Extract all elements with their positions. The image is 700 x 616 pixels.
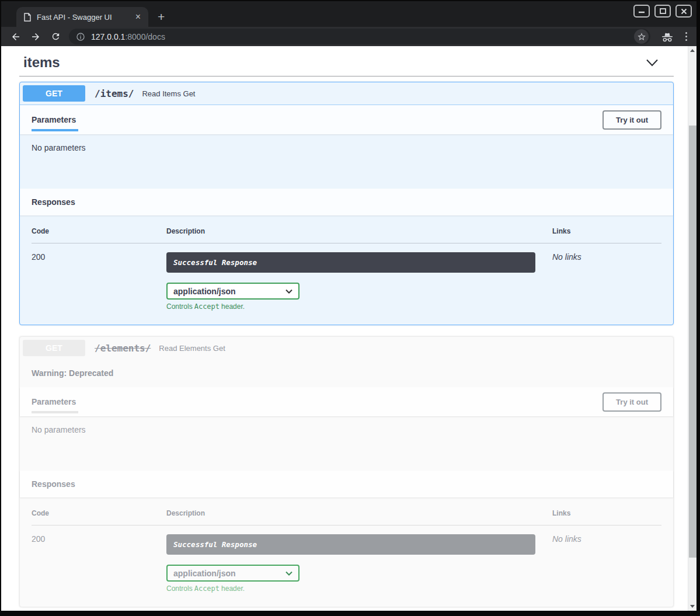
url-path: :8000/docs: [125, 32, 165, 41]
responses-table-header: Code Description Links: [32, 227, 661, 243]
browser-tab[interactable]: Fast API - Swagger UI ×: [16, 7, 148, 27]
response-description-text: Successful Response: [173, 258, 257, 267]
responses-title: Responses: [32, 197, 75, 207]
column-links: Links: [552, 509, 661, 517]
browser-toolbar: 127.0.0.1:8000/docs: [1, 27, 696, 46]
try-it-out-button[interactable]: Try it out: [603, 392, 661, 412]
no-parameters-text: No parameters: [32, 143, 86, 152]
deprecation-warning: Warning: Deprecated: [20, 359, 673, 387]
endpoint-path: /items/: [95, 88, 134, 99]
no-parameters-text: No parameters: [32, 425, 86, 434]
page-icon: [23, 13, 32, 22]
response-description-box: Successful Response: [166, 252, 535, 273]
url-text: 127.0.0.1:8000/docs: [91, 32, 165, 41]
incognito-icon: [661, 31, 674, 43]
scroll-down-icon: [690, 605, 695, 608]
browser-menu-button[interactable]: [681, 30, 692, 43]
links-value: No links: [552, 252, 581, 262]
new-tab-button[interactable]: +: [158, 11, 165, 23]
response-code: 200: [32, 534, 166, 593]
scroll-down-button[interactable]: [688, 602, 696, 611]
forward-button[interactable]: [28, 29, 43, 44]
scroll-up-button[interactable]: [688, 46, 696, 55]
opblock-get-elements-summary[interactable]: GET /elements/ Read Elements Get: [20, 337, 673, 359]
scrollbar-thumb[interactable]: [689, 126, 696, 558]
minimize-icon: [638, 8, 645, 14]
responses-title: Responses: [32, 479, 75, 489]
minimize-button[interactable]: [633, 5, 650, 18]
parameters-body: No parameters: [20, 416, 673, 471]
window-controls: [633, 5, 692, 18]
media-type-value: application/json: [173, 569, 236, 578]
responses-header: Responses: [20, 471, 673, 497]
close-button[interactable]: [675, 5, 692, 18]
opblock-get-elements: GET /elements/ Read Elements Get Warning…: [19, 336, 674, 607]
tag-title: items: [23, 54, 60, 71]
column-code: Code: [32, 227, 166, 235]
response-code: 200: [32, 252, 166, 311]
maximize-icon: [660, 8, 666, 14]
browser-window: Fast API - Swagger UI × + 1: [0, 0, 700, 616]
endpoint-summary: Read Elements Get: [159, 344, 225, 353]
response-description-box: Successful Response: [166, 534, 535, 555]
browser-titlebar: Fast API - Swagger UI × +: [1, 1, 696, 27]
responses-table-header: Code Description Links: [32, 509, 661, 525]
select-chevron-icon: [285, 571, 292, 576]
tab-title: Fast API - Swagger UI: [37, 13, 134, 22]
back-button[interactable]: [8, 29, 23, 44]
try-it-out-button[interactable]: Try it out: [603, 110, 661, 130]
reload-icon: [51, 32, 61, 41]
tab-close-icon[interactable]: ×: [134, 12, 142, 22]
url-host: 127.0.0.1: [91, 32, 125, 41]
parameters-header: Parameters Try it out: [20, 387, 673, 416]
star-icon: [637, 32, 646, 41]
response-row: 200 Successful Response application/json…: [32, 525, 661, 593]
close-icon: [681, 8, 687, 15]
media-type-select[interactable]: application/json: [166, 565, 299, 582]
parameters-header: Parameters Try it out: [20, 105, 673, 134]
forward-icon: [30, 32, 41, 42]
method-badge: GET: [23, 85, 85, 102]
controls-accept-note: ControlsAcceptheader.: [166, 302, 552, 311]
column-links: Links: [552, 227, 661, 235]
opblock-get-items: GET /items/ Read Items Get Parameters Tr…: [19, 82, 674, 325]
chevron-down-icon[interactable]: [646, 59, 659, 67]
page-scrollbar[interactable]: [688, 46, 696, 611]
media-type-value: application/json: [173, 287, 236, 296]
select-chevron-icon: [285, 289, 292, 294]
endpoint-summary: Read Items Get: [142, 89, 195, 98]
media-type-select[interactable]: application/json: [166, 283, 299, 300]
tab-parameters: Parameters: [32, 397, 76, 406]
response-row: 200 Successful Response application/json…: [32, 243, 661, 311]
maximize-button[interactable]: [654, 5, 671, 18]
swagger-page: items GET /items/ Read Items Get Paramet…: [1, 46, 696, 611]
parameters-body: No parameters: [20, 134, 673, 189]
column-code: Code: [32, 509, 166, 517]
swagger-content: items GET /items/ Read Items Get Paramet…: [1, 46, 696, 611]
opblock-get-items-summary[interactable]: GET /items/ Read Items Get: [20, 82, 673, 105]
back-icon: [11, 32, 21, 42]
tab-parameters: Parameters: [32, 115, 76, 124]
links-value: No links: [552, 534, 581, 544]
reload-button[interactable]: [48, 29, 63, 44]
response-description-text: Successful Response: [173, 540, 257, 549]
endpoint-path: /elements/: [95, 343, 151, 354]
info-icon[interactable]: [76, 32, 85, 41]
column-description: Description: [166, 509, 552, 517]
controls-accept-note: ControlsAcceptheader.: [166, 584, 552, 593]
address-bar[interactable]: 127.0.0.1:8000/docs: [69, 29, 650, 44]
responses-header: Responses: [20, 189, 673, 215]
responses-body: Code Description Links 200 Successful Re…: [20, 215, 673, 325]
method-badge: GET: [23, 340, 85, 356]
bookmark-button[interactable]: [634, 29, 649, 44]
tag-section-header[interactable]: items: [19, 51, 674, 76]
responses-body: Code Description Links 200 Successful Re…: [20, 497, 673, 607]
column-description: Description: [166, 227, 552, 235]
scroll-up-icon: [690, 49, 695, 52]
